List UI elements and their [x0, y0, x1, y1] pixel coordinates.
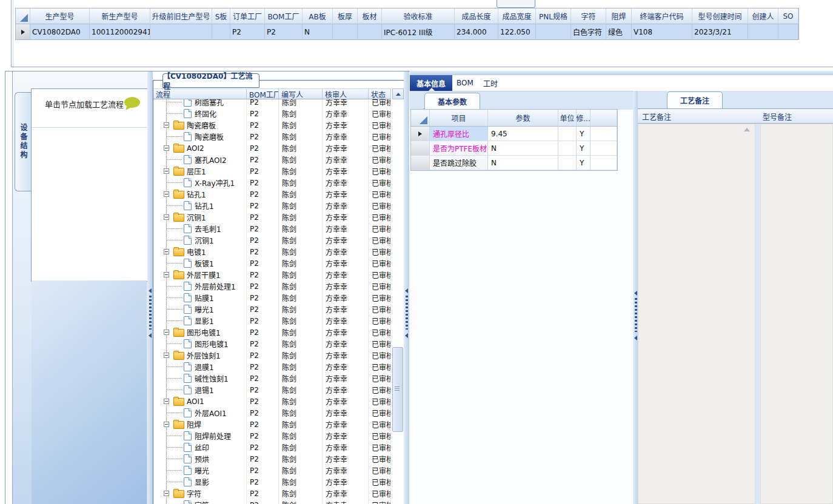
param-column-header[interactable]: 修...	[577, 110, 590, 127]
collapse-left-icon[interactable]	[405, 333, 408, 338]
flow-node-label[interactable]: 层压1	[187, 166, 206, 176]
flow-node-cell[interactable]: 钻孔1	[153, 188, 247, 200]
flow-node-cell[interactable]: 板镀1	[153, 257, 247, 269]
param-unit-cell[interactable]	[558, 141, 577, 156]
flow-node-cell[interactable]: 贴膜1	[153, 292, 247, 303]
column-header[interactable]: 新生产型号	[90, 8, 150, 24]
param-modified-cell[interactable]: Y	[577, 127, 590, 141]
flow-node-label[interactable]: 字符	[187, 488, 201, 499]
flow-node-label[interactable]: 钻孔1	[187, 189, 206, 199]
collapse-box-icon[interactable]	[164, 422, 169, 427]
flow-node-label[interactable]: 树脂塞孔	[195, 99, 224, 107]
flow-node-cell[interactable]: 图形电镀1	[153, 327, 247, 338]
flow-node-label[interactable]: 贴膜1	[195, 293, 214, 303]
flow-node-cell[interactable]: 退锡1	[153, 384, 247, 396]
flow-node-label[interactable]: 显影1	[195, 316, 214, 326]
flow-node-cell[interactable]: 沉铜1	[153, 234, 247, 246]
table-cell[interactable]: 122.050	[498, 24, 536, 39]
flow-node-cell[interactable]: 显影	[153, 476, 247, 488]
flow-node-label[interactable]: 沉铜1	[187, 212, 206, 222]
collapse-left-icon[interactable]	[149, 333, 152, 338]
tab-work-hours[interactable]: 工时	[478, 75, 503, 91]
flow-tree-row[interactable]: 陶瓷磨板P2陈剑方幸幸已审核	[153, 119, 392, 131]
collapse-box-icon[interactable]	[164, 249, 169, 254]
column-header[interactable]: 终端客户代码	[632, 8, 692, 24]
flow-node-cell[interactable]: 沉铜1	[153, 211, 247, 223]
splitter-horizontal[interactable]	[410, 71, 833, 75]
flow-node-label[interactable]: 退膜1	[195, 362, 214, 372]
flow-tree-row[interactable]: 板镀1P2陈剑方幸幸已审核	[153, 257, 392, 269]
collapse-box-icon[interactable]	[164, 272, 169, 277]
param-grid-row[interactable]: 是否跳过除胶NY	[411, 156, 617, 170]
flow-node-cell[interactable]: 退膜1	[153, 361, 247, 373]
scrollbar-thumb[interactable]	[392, 347, 403, 432]
table-cell[interactable]	[778, 24, 798, 39]
flow-tree-row[interactable]: 图形电镀1P2陈剑方幸幸已审核	[153, 327, 392, 338]
tab-device-structure[interactable]: 设备结构	[15, 92, 32, 191]
table-cell[interactable]: IPC-6012 III级	[382, 24, 455, 39]
param-grid-row[interactable]: 通孔厚径比9.45Y	[411, 127, 617, 141]
param-value-cell[interactable]: 9.45	[488, 127, 558, 141]
collapse-box-icon[interactable]	[164, 214, 169, 220]
flow-node-cell[interactable]: 阻焊	[153, 419, 247, 430]
param-item-cell[interactable]: 是否为PTFE板材	[430, 141, 488, 156]
flow-node-label[interactable]: 碱性蚀刻1	[195, 373, 229, 383]
tab-basic-info[interactable]: 基本信息	[410, 75, 452, 91]
param-column-header[interactable]: 参数	[488, 110, 558, 127]
flow-node-cell[interactable]: X-Ray冲孔1	[153, 177, 247, 188]
row-selector-cell[interactable]	[16, 24, 30, 39]
flow-tree-row[interactable]: 外层前处理1P2陈剑方幸幸已审核	[153, 280, 392, 292]
collapse-left-icon[interactable]	[405, 288, 408, 293]
flow-tree-row[interactable]: 碱性蚀刻1P2陈剑方幸幸已审核	[153, 373, 392, 384]
flow-node-label[interactable]: 图形电镀1	[187, 327, 221, 337]
column-header[interactable]: 创建人	[748, 8, 778, 24]
flow-tree-row[interactable]: 字符P2陈剑方幸幸已审核	[153, 488, 392, 499]
flow-node-cell[interactable]: 字符	[153, 488, 247, 499]
flow-tree-row[interactable]: 曝光1P2陈剑方幸幸已审核	[153, 303, 392, 315]
column-header[interactable]: BOM工厂	[265, 8, 303, 24]
splitter-grip[interactable]	[406, 296, 408, 330]
flow-node-label[interactable]: 曝光	[195, 465, 209, 476]
column-header[interactable]: 板厚	[333, 8, 358, 24]
flow-node-cell[interactable]: 陶瓷磨板	[153, 131, 247, 142]
flow-node-cell[interactable]: 外层蚀刻1	[153, 350, 247, 361]
select-all-cell[interactable]	[411, 110, 430, 127]
flow-tree-row[interactable]: 外层蚀刻1P2陈剑方幸幸已审核	[153, 350, 392, 361]
flow-tree-row[interactable]: AOI1P2陈剑方幸幸已审核	[153, 396, 392, 407]
flow-node-label[interactable]: 预烘	[195, 454, 209, 464]
flow-node-cell[interactable]: 塞孔AOI2	[153, 154, 247, 165]
flow-tree-row[interactable]: 预烘P2陈剑方幸幸已审核	[153, 453, 392, 465]
flow-node-label[interactable]: 曝光1	[195, 304, 214, 314]
column-header[interactable]: SO	[778, 8, 798, 24]
column-header[interactable]: AB板	[303, 8, 333, 24]
flow-node-label[interactable]: 去毛刺1	[195, 224, 221, 234]
flow-node-label[interactable]: 图形电镀1	[195, 339, 229, 349]
flow-tree-row[interactable]: 退锡1P2陈剑方幸幸已审核	[153, 384, 392, 396]
table-cell[interactable]: 234.000	[455, 24, 498, 39]
flow-node-cell[interactable]: 电镀1	[153, 246, 247, 257]
collapse-left-icon[interactable]	[149, 288, 152, 293]
collapse-box-icon[interactable]	[164, 399, 169, 404]
flow-tree-row[interactable]: 贴膜1P2陈剑方幸幸已审核	[153, 292, 392, 303]
flow-node-label[interactable]: AOI2	[187, 144, 204, 153]
flow-node-cell[interactable]: 陶瓷磨板	[153, 119, 247, 131]
flow-node-label[interactable]: 沉铜1	[195, 235, 214, 245]
param-value-cell[interactable]: N	[488, 141, 558, 156]
flow-tree-row[interactable]: 陶瓷磨板P2陈剑方幸幸已审核	[153, 131, 392, 142]
flow-node-label[interactable]: AOI1	[187, 397, 204, 406]
flow-tree-row[interactable]: 塞孔AOI2P2陈剑方幸幸已审核	[153, 154, 392, 165]
flow-tree-row[interactable]: 阻焊前处理P2陈剑方幸幸已审核	[153, 430, 392, 442]
flow-node-cell[interactable]: 显影1	[153, 315, 247, 327]
flow-node-label[interactable]: 阻焊	[187, 419, 201, 429]
collapse-box-icon[interactable]	[164, 191, 169, 197]
table-cell[interactable]: P2	[230, 24, 265, 39]
param-item-cell[interactable]: 通孔厚径比	[430, 127, 488, 141]
flow-tree-row[interactable]: 电镀1P2陈剑方幸幸已审核	[153, 246, 392, 257]
param-empty-cell[interactable]	[590, 141, 617, 156]
flow-tree-row[interactable]: AOI2P2陈剑方幸幸已审核	[153, 142, 392, 154]
flow-node-cell[interactable]: 碱性蚀刻1	[153, 373, 247, 384]
column-header[interactable]: 型号创建时间	[692, 8, 748, 24]
collapse-left-icon[interactable]	[634, 291, 637, 296]
flow-node-cell[interactable]: 预烘	[153, 453, 247, 465]
splitter-middle[interactable]	[404, 71, 409, 504]
